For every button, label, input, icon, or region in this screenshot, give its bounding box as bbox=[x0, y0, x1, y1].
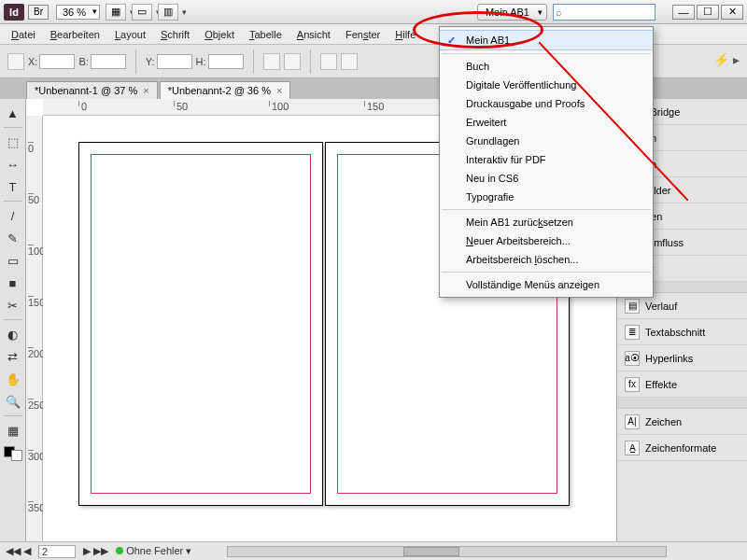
page-nav-next[interactable]: ▶ ▶▶ bbox=[83, 545, 108, 557]
title-bar: Id Br 36 % ▦ ▭ ▥ Mein AB1 ⌕ — ☐ ✕ bbox=[0, 0, 747, 24]
fill-icon[interactable] bbox=[320, 53, 337, 70]
horizontal-scrollbar[interactable] bbox=[227, 546, 667, 557]
workspace-menu-item[interactable]: Druckausgabe und Proofs bbox=[440, 94, 653, 113]
margin-guide bbox=[91, 154, 311, 494]
panel-label: Effekte bbox=[645, 379, 677, 390]
tab-close-icon[interactable]: × bbox=[143, 85, 148, 96]
panel-icon: ▤ bbox=[625, 299, 640, 314]
menu-fenster[interactable]: Fenster bbox=[338, 26, 388, 43]
document-tab[interactable]: *Unbenannt-2 @ 36 %× bbox=[160, 81, 291, 99]
menu-layout[interactable]: Layout bbox=[107, 26, 153, 43]
panel-icon: A| bbox=[625, 414, 640, 429]
toolbox: ▲⬚↔T/✎▭■✂◐⇄✋🔍▦ bbox=[0, 99, 26, 541]
view-options-button[interactable]: ▦ bbox=[106, 4, 126, 21]
workspace-menu-item[interactable]: Neu in CS6 bbox=[440, 169, 653, 188]
menu-datei[interactable]: Datei bbox=[4, 26, 43, 43]
search-input[interactable]: ⌕ bbox=[553, 4, 655, 21]
close-button[interactable]: ✕ bbox=[721, 5, 743, 20]
tab-label: *Unbenannt-1 @ 37 % bbox=[35, 85, 137, 96]
panel-icon: a⦿ bbox=[625, 351, 640, 366]
tool-9[interactable]: ◐ bbox=[3, 324, 23, 344]
tab-close-icon[interactable]: × bbox=[276, 85, 282, 96]
search-icon: ⌕ bbox=[556, 7, 562, 18]
menu-hilfe[interactable]: Hilfe bbox=[388, 26, 423, 43]
color-swatch[interactable] bbox=[4, 446, 22, 461]
stroke-icon[interactable] bbox=[341, 53, 358, 70]
transform-icon[interactable] bbox=[263, 53, 280, 70]
workspace-menu-item[interactable]: Erweitert bbox=[440, 113, 653, 132]
tool-12[interactable]: 🔍 bbox=[3, 391, 23, 412]
panel-effekte[interactable]: fxEffekte bbox=[617, 371, 747, 398]
workspace-menu-item[interactable]: Buch bbox=[440, 57, 653, 76]
app-logo-icon: Id bbox=[4, 4, 24, 21]
panel-label: Verlauf bbox=[645, 301, 677, 312]
flash-icon[interactable]: ⚡ ▸ bbox=[713, 52, 740, 67]
menu-bearbeiten[interactable]: Bearbeiten bbox=[43, 26, 107, 43]
tool-13[interactable]: ▦ bbox=[3, 420, 23, 441]
status-bar: ◀◀ ◀ 2 ▶ ▶▶ Ohne Fehler ▾ bbox=[0, 541, 747, 560]
zoom-select[interactable]: 36 % bbox=[56, 5, 100, 20]
y-label: Y: bbox=[146, 56, 155, 67]
vertical-ruler: 050100150200250300350 bbox=[26, 116, 43, 541]
tab-label: *Unbenannt-2 @ 36 % bbox=[168, 85, 271, 96]
rotate-icon[interactable] bbox=[284, 53, 301, 70]
page-left[interactable] bbox=[78, 142, 323, 506]
preflight-status[interactable]: Ohne Fehler ▾ bbox=[116, 545, 191, 557]
window-controls: — ☐ ✕ bbox=[672, 5, 743, 20]
x-label: X: bbox=[28, 56, 37, 67]
workspace-menu-item[interactable]: Typografie bbox=[440, 188, 653, 206]
page-nav-prev[interactable]: ◀◀ ◀ bbox=[6, 545, 31, 557]
workspace-menu-item[interactable]: Neuer Arbeitsbereich... bbox=[440, 231, 653, 250]
panel-zeichen[interactable]: A|Zeichen bbox=[617, 409, 747, 435]
y-field[interactable] bbox=[157, 54, 192, 69]
panel-textabschnitt[interactable]: ≣Textabschnitt bbox=[617, 319, 747, 345]
screen-mode-button[interactable]: ▭ bbox=[132, 4, 152, 21]
check-icon: ✓ bbox=[447, 35, 456, 47]
arrange-button[interactable]: ▥ bbox=[158, 4, 178, 21]
ok-dot-icon bbox=[116, 547, 123, 554]
menu-schrift[interactable]: Schrift bbox=[153, 26, 197, 43]
tool-2[interactable]: ↔ bbox=[3, 154, 23, 175]
menu-tabelle[interactable]: Tabelle bbox=[242, 26, 289, 43]
tool-8[interactable]: ✂ bbox=[3, 295, 23, 315]
page-field[interactable]: 2 bbox=[38, 545, 76, 558]
menu-ansicht[interactable]: Ansicht bbox=[289, 26, 338, 43]
tool-4[interactable]: / bbox=[3, 205, 23, 226]
h-field[interactable] bbox=[208, 54, 244, 69]
workspace-menu-item[interactable]: Mein AB1 zurücksetzen bbox=[440, 213, 653, 231]
w-field[interactable] bbox=[91, 54, 126, 69]
maximize-button[interactable]: ☐ bbox=[697, 5, 719, 20]
tool-5[interactable]: ✎ bbox=[3, 228, 23, 248]
panel-zeichenformate[interactable]: A̲Zeichenformate bbox=[617, 435, 747, 461]
tool-0[interactable]: ▲ bbox=[3, 103, 23, 123]
tool-6[interactable]: ▭ bbox=[3, 250, 23, 271]
workspace-switcher[interactable]: Mein AB1 bbox=[477, 4, 547, 21]
tool-10[interactable]: ⇄ bbox=[3, 346, 23, 367]
panel-hyperlinks[interactable]: a⦿Hyperlinks bbox=[617, 345, 747, 371]
w-label: B: bbox=[78, 56, 88, 67]
tool-11[interactable]: ✋ bbox=[3, 369, 23, 389]
workspace-menu-item[interactable]: Vollständige Menüs anzeigen bbox=[440, 275, 653, 294]
workspace-menu-item[interactable]: Digitale Veröffentlichung bbox=[440, 76, 653, 94]
panel-icon: fx bbox=[625, 377, 640, 392]
bridge-chip[interactable]: Br bbox=[28, 5, 49, 20]
tool-3[interactable]: T bbox=[3, 176, 23, 197]
minimize-button[interactable]: — bbox=[672, 5, 695, 20]
panel-icon: A̲ bbox=[625, 441, 640, 455]
tool-7[interactable]: ■ bbox=[3, 273, 23, 293]
workspace-menu-item[interactable]: Arbeitsbereich löschen... bbox=[440, 250, 653, 269]
reference-point-icon[interactable] bbox=[7, 53, 24, 70]
scroll-thumb[interactable] bbox=[403, 547, 459, 556]
workspace-menu: ✓Mein AB1BuchDigitale VeröffentlichungDr… bbox=[439, 26, 654, 298]
workspace-menu-item[interactable]: ✓Mein AB1 bbox=[440, 30, 653, 50]
h-label: H: bbox=[196, 56, 206, 67]
tool-1[interactable]: ⬚ bbox=[3, 132, 23, 152]
workspace-menu-item[interactable]: Interaktiv für PDF bbox=[440, 150, 653, 169]
workspace-menu-item[interactable]: Grundlagen bbox=[440, 132, 653, 150]
panel-label: Zeichen bbox=[645, 416, 682, 427]
panel-icon: ≣ bbox=[625, 325, 640, 340]
menu-objekt[interactable]: Objekt bbox=[197, 26, 242, 43]
panel-label: Zeichenformate bbox=[645, 442, 716, 454]
document-tab[interactable]: *Unbenannt-1 @ 37 %× bbox=[26, 81, 158, 99]
x-field[interactable] bbox=[39, 54, 75, 69]
